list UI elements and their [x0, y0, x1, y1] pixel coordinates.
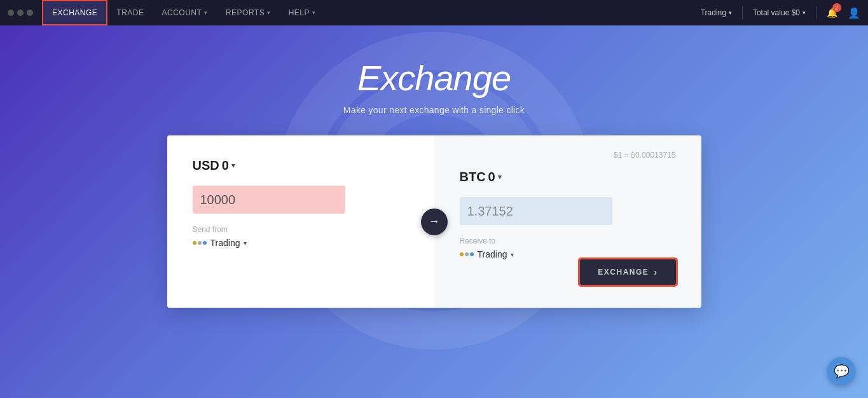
to-wallet-caret: ▾	[511, 251, 514, 258]
total-value-label: Total value $0	[753, 8, 800, 17]
value-chevron: ▾	[803, 10, 806, 16]
hero-subtitle: Make your next exchange with a single cl…	[343, 105, 525, 115]
to-dot-silver	[465, 252, 469, 256]
navbar: EXCHANGE TRADE ACCOUNT ▾ REPORTS ▾ HELP …	[0, 0, 868, 25]
nav-dot-3	[27, 10, 33, 16]
from-wallet-selector[interactable]: Trading ▾	[193, 238, 409, 248]
from-balance: 0	[222, 158, 229, 173]
from-currency-selector[interactable]: USD 0 ▾	[193, 158, 409, 173]
to-currency: BTC	[460, 170, 486, 184]
nav-dot-1	[8, 10, 14, 16]
to-dot-gold	[460, 252, 464, 256]
to-wallet-dots	[460, 252, 474, 256]
trading-selector[interactable]: Trading ▾	[701, 8, 732, 17]
hero-title: Exchange	[357, 57, 511, 99]
to-dot-blue	[470, 252, 474, 256]
from-wallet-caret: ▾	[244, 240, 247, 247]
swap-arrow-button[interactable]: →	[421, 209, 448, 235]
user-icon[interactable]: 👤	[848, 7, 860, 19]
dot-gold	[193, 241, 196, 245]
exchange-card: USD 0 ▾ Send from Trading ▾ → $1 = ₿0.00…	[167, 135, 701, 308]
nav-help[interactable]: HELP ▾	[280, 0, 325, 25]
exchange-button-label: EXCHANGE	[598, 268, 649, 277]
nav-links: EXCHANGE TRADE ACCOUNT ▾ REPORTS ▾ HELP …	[42, 0, 701, 25]
to-wallet-selector[interactable]: Trading ▾	[460, 249, 676, 259]
exchange-button-chevron: ›	[654, 267, 658, 277]
trading-chevron: ▾	[729, 10, 732, 16]
to-amount-input[interactable]	[460, 197, 612, 225]
notification-badge: 2	[832, 3, 841, 12]
trading-label: Trading	[701, 8, 726, 17]
card-left: USD 0 ▾ Send from Trading ▾	[167, 135, 434, 308]
send-from-label: Send from	[193, 225, 409, 234]
nav-reports[interactable]: REPORTS ▾	[217, 0, 280, 25]
nav-divider-2	[816, 6, 816, 19]
card-right: $1 = ₿0.00013715 BTC 0 ▾ Receive to Trad…	[434, 135, 701, 308]
exchange-rate: $1 = ₿0.00013715	[460, 151, 676, 160]
dot-silver	[198, 241, 202, 245]
to-caret: ▾	[498, 173, 502, 181]
nav-divider	[742, 6, 743, 19]
nav-dot-2	[17, 10, 24, 16]
total-value: Total value $0 ▾	[753, 8, 806, 17]
account-chevron: ▾	[204, 10, 208, 16]
reports-chevron: ▾	[267, 10, 271, 16]
dot-blue	[203, 241, 207, 245]
nav-exchange[interactable]: EXCHANGE	[42, 0, 107, 25]
nav-trade[interactable]: TRADE	[107, 0, 153, 25]
nav-account[interactable]: ACCOUNT ▾	[153, 0, 217, 25]
to-currency-selector[interactable]: BTC 0 ▾	[460, 170, 676, 184]
receive-to-label: Receive to	[460, 237, 676, 245]
notification-button[interactable]: 🔔 2	[827, 7, 837, 18]
from-amount-input[interactable]	[193, 186, 345, 214]
from-caret: ▾	[231, 161, 235, 170]
hero-section: Exchange Make your next exchange with a …	[0, 25, 868, 308]
exchange-button[interactable]: EXCHANGE ›	[580, 259, 675, 285]
help-chevron: ▾	[312, 10, 316, 16]
from-currency: USD	[193, 158, 219, 173]
from-wallet-dots	[193, 241, 207, 245]
nav-right: Trading ▾ Total value $0 ▾ 🔔 2 👤	[701, 6, 860, 19]
from-wallet-label: Trading	[210, 238, 240, 248]
to-wallet-label: Trading	[478, 249, 507, 259]
to-balance: 0	[488, 170, 495, 184]
chat-icon: 💬	[834, 364, 850, 379]
nav-dots	[8, 10, 33, 16]
chat-button[interactable]: 💬	[827, 357, 855, 385]
